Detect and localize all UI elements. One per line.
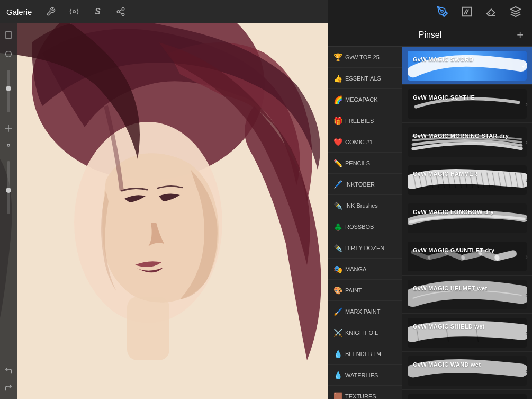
category-item-ink-brushes[interactable]: ✒️INK Brushes <box>328 195 402 216</box>
right-toolbar-top <box>328 0 532 23</box>
brush-name-magic-wand: GvW MAGIC WAND wet <box>413 361 481 368</box>
category-item-paint[interactable]: 🎨PAINT <box>328 280 402 301</box>
brush-name-magic-hammer: GvW MAGIC HAMMER <box>413 171 477 177</box>
modify-tool[interactable] <box>1 28 16 42</box>
active-checkmark: ✓ <box>521 61 528 70</box>
brush-name-magic-gauntlet: GvW MAGIC GAUNTLET dry <box>413 247 495 253</box>
svg-point-14 <box>7 144 10 146</box>
brush-item-magic-wand[interactable]: GvW MAGIC WAND wet› <box>402 352 532 390</box>
top-toolbar: Galerie S <box>0 0 328 23</box>
undo-button[interactable] <box>1 363 16 378</box>
draw-tool-button[interactable] <box>435 4 450 20</box>
brush-chevron: › <box>525 252 528 261</box>
brush-item-magic-morning-star[interactable]: GvW MAGIC MORNING STAR dry› <box>402 123 532 161</box>
size-slider[interactable] <box>7 161 10 214</box>
brush-name-magic-sword: GvW MAGIC SWORD <box>413 56 474 63</box>
brush-name-magic-morning-star: GvW MAGIC MORNING STAR dry <box>413 132 509 139</box>
app-title: Galerie <box>6 7 32 16</box>
tool-4[interactable] <box>1 138 16 153</box>
brush-panel: 🏆GvW TOP 25👍ESSENTIALS🌈MEGAPACK🎁FREEBIES… <box>328 47 532 399</box>
brush-name-magic-longbow: GvW MAGIC LONGBOW dry <box>413 209 494 215</box>
add-brush-button[interactable]: + <box>517 28 524 42</box>
brush-item-magic-longbow[interactable]: GvW MAGIC LONGBOW dry› <box>402 199 532 237</box>
category-item-megapack[interactable]: 🌈MEGAPACK <box>328 89 402 110</box>
brush-item-magic-sword[interactable]: GvW MAGIC SWORD✓ <box>402 47 532 85</box>
category-item-manga[interactable]: 🎭MANGA <box>328 259 402 280</box>
brush-item-magic-scythe[interactable]: GvW MAGIC SCYTHE› <box>402 85 532 123</box>
brush-chevron: › <box>525 290 528 299</box>
wrench-button[interactable] <box>42 3 59 20</box>
left-tools-panel <box>0 23 17 399</box>
category-item-gvw-top25[interactable]: 🏆GvW TOP 25 <box>328 47 402 68</box>
category-list: 🏆GvW TOP 25👍ESSENTIALS🌈MEGAPACK🎁FREEBIES… <box>328 47 402 399</box>
brush-chevron: › <box>525 176 528 184</box>
svg-point-10 <box>441 10 443 12</box>
svg-rect-3 <box>127 297 169 360</box>
category-item-marx-paint[interactable]: 🖌️MARX PAINT <box>328 301 402 322</box>
brush-item-magic-helmet[interactable]: GvW MAGIC HELMET wet› <box>402 276 532 314</box>
svg-line-8 <box>120 12 122 14</box>
brush-list: GvW MAGIC SWORD✓GvW MAGIC SCYTHE›GvW MAG… <box>402 47 532 399</box>
brush-item-magic-brigandine[interactable]: GvW MAGIC BRIGANDINE wet› <box>402 390 532 399</box>
smudge-tool-button[interactable] <box>459 4 475 20</box>
brush-chevron: › <box>525 214 528 223</box>
category-item-comic1[interactable]: ❤️COMIC #1 <box>328 131 402 153</box>
svg-point-13 <box>6 51 12 57</box>
svg-point-4 <box>73 11 76 13</box>
svg-point-7 <box>122 13 125 16</box>
eraser-tool-button[interactable] <box>483 4 499 20</box>
category-item-rossbob[interactable]: 🌲ROSSBOB <box>328 216 402 237</box>
category-item-blender-p4[interactable]: 💧BLENDER P4 <box>328 343 402 365</box>
brush-name-magic-shield: GvW MAGIC SHIELD wet <box>413 323 485 330</box>
redo-button[interactable] <box>1 380 16 395</box>
category-item-textures[interactable]: 🟫TEXTURES <box>328 386 402 399</box>
brush-item-magic-hammer[interactable]: GvW MAGIC HAMMER› <box>402 161 532 199</box>
brush-name-magic-helmet: GvW MAGIC HELMET wet <box>413 285 487 291</box>
brush-item-magic-shield[interactable]: GvW MAGIC SHIELD wet› <box>402 314 532 352</box>
svg-point-6 <box>118 11 120 13</box>
category-item-freebies[interactable]: 🎁FREEBIES <box>328 110 402 131</box>
category-item-dirty-dozen[interactable]: ✒️DIRTY DOZEN <box>328 237 402 259</box>
tool-3[interactable] <box>1 121 16 136</box>
brush-panel-title: Pinsel <box>419 30 442 40</box>
brush-chevron: › <box>525 138 528 146</box>
svg-rect-12 <box>5 32 12 38</box>
layers-button[interactable] <box>508 4 524 20</box>
category-item-pencils[interactable]: ✏️PENCILS <box>328 153 402 174</box>
brush-settings-button[interactable] <box>66 3 83 20</box>
svg-line-9 <box>120 10 122 11</box>
brush-name-magic-scythe: GvW MAGIC SCYTHE <box>413 94 475 101</box>
brush-chevron: › <box>525 100 528 108</box>
svg-point-5 <box>122 8 125 11</box>
brush-chevron: › <box>525 329 528 337</box>
category-item-inktober[interactable]: 🖊️INKTOBER <box>328 174 402 195</box>
portrait-painting <box>0 0 328 399</box>
category-item-knight-oil[interactable]: ⚔️KNIGHT OIL <box>328 322 402 343</box>
color-tool[interactable] <box>1 47 16 61</box>
svg-marker-11 <box>511 7 520 12</box>
s-tool-button[interactable]: S <box>89 3 106 20</box>
brush-item-magic-gauntlet[interactable]: GvW MAGIC GAUNTLET dry› <box>402 237 532 276</box>
brush-chevron: › <box>525 367 528 375</box>
category-item-essentials[interactable]: 👍ESSENTIALS <box>328 68 402 89</box>
brush-panel-header: Pinsel + <box>328 23 532 47</box>
share-button[interactable] <box>112 3 129 20</box>
opacity-slider[interactable] <box>7 70 10 112</box>
category-item-waterlies[interactable]: 💧WATERLIES <box>328 365 402 386</box>
